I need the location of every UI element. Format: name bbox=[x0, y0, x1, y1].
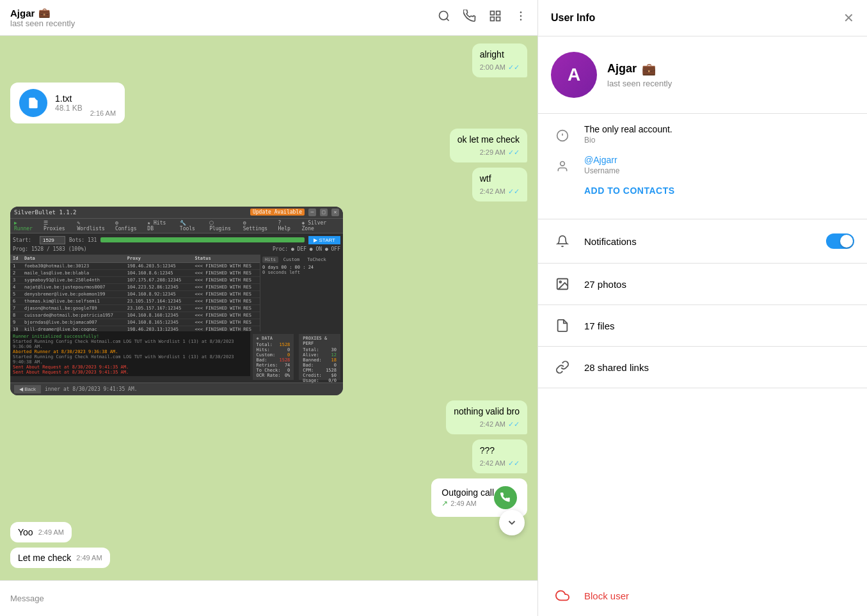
search-icon[interactable] bbox=[438, 10, 450, 26]
sb-menu-wordlists[interactable]: ✎ Wordlists bbox=[77, 220, 108, 232]
message-row: ??? 2:42 AM ✓✓ bbox=[10, 439, 527, 473]
file-icon bbox=[19, 89, 47, 117]
chat-header-actions bbox=[438, 10, 527, 26]
file-time: 2:16 AM bbox=[90, 109, 116, 117]
username-row: @Ajgarr Username bbox=[551, 155, 854, 178]
photos-row[interactable]: 27 photos bbox=[538, 264, 867, 305]
message-bubble: ??? 2:42 AM ✓✓ bbox=[472, 439, 527, 473]
bio-row: The only real account. Bio bbox=[551, 124, 854, 147]
links-icon bbox=[551, 356, 574, 379]
block-user-row[interactable]: Block user bbox=[538, 575, 867, 616]
message-bubble: Let me check 2:49 AM bbox=[10, 548, 110, 568]
files-icon bbox=[551, 314, 574, 337]
table-row: 2maile_las@live.be:blabla104.160.8.6:123… bbox=[10, 269, 260, 276]
notifications-label: Notifications bbox=[584, 236, 637, 247]
notifications-toggle[interactable] bbox=[826, 233, 854, 249]
sb-menu-configs[interactable]: ⚙ Configs bbox=[115, 220, 141, 232]
files-row[interactable]: 17 files bbox=[538, 305, 867, 347]
links-row[interactable]: 28 shared links bbox=[538, 347, 867, 388]
chat-header-info: Ajgar 💼 last seen recently bbox=[10, 7, 75, 28]
sb-menu-silverzone[interactable]: ◈ Silver Zone bbox=[302, 220, 339, 232]
user-info-panel: User Info ✕ A Ajgar 💼 last seen recently… bbox=[537, 0, 867, 616]
message-time: 2:42 AM bbox=[480, 420, 505, 429]
sb-start-button[interactable]: ▶ START bbox=[308, 236, 340, 244]
sb-prog-label: Prog: 1528 / 1583 (100%) bbox=[13, 246, 87, 252]
message-bubble: nothing valid bro 2:42 AM ✓✓ bbox=[446, 400, 527, 434]
user-briefcase-icon: 💼 bbox=[642, 62, 656, 76]
sb-minimize[interactable]: ─ bbox=[308, 209, 316, 216]
notifications-left: Notifications bbox=[551, 230, 637, 253]
call-phone-icon bbox=[494, 486, 517, 509]
user-info-title: User Info bbox=[551, 12, 595, 24]
message-ticks: ✓✓ bbox=[508, 420, 520, 429]
sb-menu-runner[interactable]: ▶ Runner bbox=[14, 220, 37, 232]
block-icon bbox=[551, 584, 574, 607]
file-size: 48.1 KB bbox=[55, 104, 83, 113]
message-text: ok let me check bbox=[457, 134, 520, 145]
message-text: Yoo bbox=[18, 527, 33, 537]
sb-maximize[interactable]: □ bbox=[320, 209, 328, 216]
avatar: A bbox=[551, 52, 597, 98]
sb-log-line: Runner initialized successfully! bbox=[13, 334, 248, 339]
message-row: nothing valid bro 2:42 AM ✓✓ bbox=[10, 400, 527, 434]
sb-menu-tools[interactable]: 🔧 Tools bbox=[180, 220, 203, 232]
sb-proc-label: Proc: ● DEF ● ON ● OFF bbox=[273, 246, 340, 252]
username-icon bbox=[551, 155, 574, 178]
message-row: wtf 2:42 AM ✓✓ bbox=[10, 168, 527, 201]
sb-update-badge: Update Available bbox=[250, 209, 305, 216]
chat-footer-placeholder: Message bbox=[10, 594, 44, 603]
sb-col-id: Id bbox=[10, 255, 22, 263]
sb-col-status: Status bbox=[192, 255, 260, 263]
table-row: 7djason@hotmail.be:google78923.105.157.1… bbox=[10, 304, 260, 312]
briefcase-icon: 💼 bbox=[38, 7, 51, 19]
sb-log: Runner initialized successfully! Started… bbox=[10, 331, 250, 376]
chat-header: Ajgar 💼 last seen recently bbox=[0, 0, 537, 36]
user-last-seen: last seen recently bbox=[607, 79, 672, 88]
message-text: wtf bbox=[480, 173, 491, 184]
sb-tab-tocheck[interactable]: ToCheck bbox=[305, 257, 329, 263]
svg-point-0 bbox=[440, 12, 448, 20]
sb-menu-settings[interactable]: ⚙ Settings bbox=[243, 220, 272, 232]
message-bubble: Yoo 2:49 AM bbox=[10, 522, 72, 542]
add-to-contacts-button[interactable]: ADD TO CONTACTS bbox=[584, 186, 675, 196]
sb-data-title: ◈ DATA bbox=[257, 336, 290, 341]
table-row: 3sygmaboy91@live.be:250le4nth107.175.67.… bbox=[10, 276, 260, 283]
sb-menu-plugins[interactable]: ⬡ Plugins bbox=[209, 220, 236, 232]
close-panel-button[interactable]: ✕ bbox=[843, 10, 854, 26]
sb-start-label: Start: bbox=[13, 237, 36, 243]
message-bubble: wtf 2:42 AM ✓✓ bbox=[472, 168, 527, 201]
bell-icon bbox=[551, 230, 574, 253]
bio-label: Bio bbox=[584, 136, 672, 145]
message-ticks: ✓✓ bbox=[508, 187, 520, 196]
sb-progress-bar bbox=[100, 237, 305, 242]
table-row: 6thomas.kim@live.be:selfsemi123.105.157.… bbox=[10, 297, 260, 304]
sb-tab-custom[interactable]: Custom bbox=[281, 257, 302, 263]
sb-back-btn[interactable]: ◀ Back bbox=[14, 385, 41, 393]
svg-point-12 bbox=[561, 162, 565, 166]
user-profile-section: A Ajgar 💼 last seen recently bbox=[538, 36, 867, 114]
chat-contact-status: last seen recently bbox=[10, 19, 75, 28]
message-ticks: ✓✓ bbox=[508, 63, 520, 72]
message-bubble: alright 2:00 AM ✓✓ bbox=[472, 43, 527, 77]
sb-start-input[interactable] bbox=[40, 236, 65, 244]
call-time: 2:49 AM bbox=[450, 500, 476, 507]
svg-line-1 bbox=[447, 19, 449, 21]
sb-seconds: 0 seconds left bbox=[262, 270, 341, 275]
user-name-block: Ajgar 💼 last seen recently bbox=[607, 62, 672, 88]
message-row: Let me check 2:49 AM bbox=[10, 548, 527, 568]
chat-messages: alright 2:00 AM ✓✓ 1.txt 48.1 KB 2:16 AM bbox=[0, 36, 537, 580]
sb-menu-help[interactable]: ? Help bbox=[278, 220, 296, 232]
sb-close[interactable]: ✕ bbox=[331, 209, 339, 216]
sb-tab-hits[interactable]: Hits bbox=[262, 257, 278, 263]
table-row: 4najat@live.be:justepourmos0007104.223.5… bbox=[10, 283, 260, 290]
message-time: 2:29 AM bbox=[480, 148, 505, 157]
files-count: 17 files bbox=[584, 320, 615, 331]
sb-menu-hitsdb[interactable]: ★ Hits DB bbox=[147, 220, 173, 232]
call-icon[interactable] bbox=[463, 10, 476, 26]
scroll-to-bottom-button[interactable] bbox=[499, 510, 525, 535]
chat-contact-name: Ajgar 💼 bbox=[10, 7, 75, 19]
table-row: 10kill-dreamer@live.be:cognac198.46.203.… bbox=[10, 326, 260, 331]
layout-icon[interactable] bbox=[489, 10, 502, 26]
more-icon[interactable] bbox=[514, 10, 527, 26]
sb-menu-proxies[interactable]: ☰ Proxies bbox=[44, 220, 70, 232]
